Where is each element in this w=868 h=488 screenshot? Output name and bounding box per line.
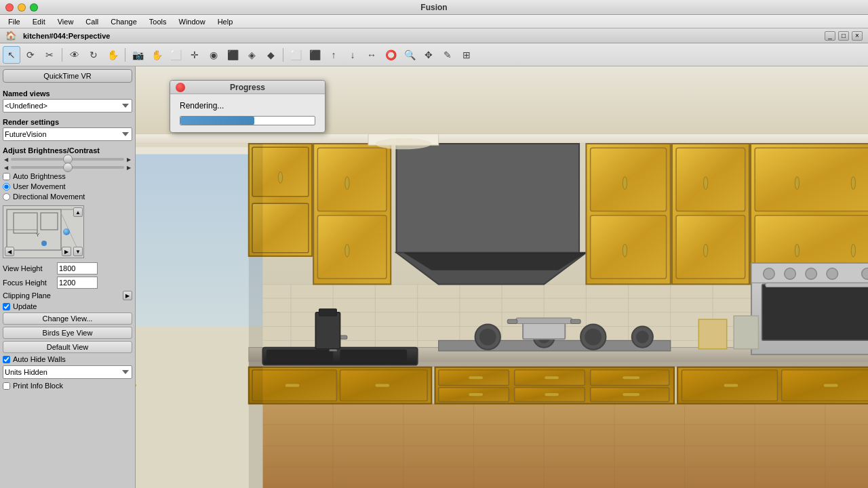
contrast-thumb[interactable]	[63, 163, 73, 172]
user-movement-label: User Movement	[13, 182, 66, 190]
front-view-btn[interactable]: ⬛	[224, 46, 241, 64]
win-minimize-btn[interactable]: _	[825, 31, 835, 41]
hand-tool-btn[interactable]: ✋	[104, 46, 121, 64]
floorplan-view[interactable]: Y ▲ ▼ ◀ ▶	[3, 205, 84, 258]
render-mode-select[interactable]: FutureVision	[3, 127, 132, 141]
svg-rect-133	[698, 319, 726, 349]
floorplan-container: Y ▲ ▼ ◀ ▶	[3, 203, 132, 261]
auto-hide-walls-label: Auto Hide Walls	[13, 355, 66, 363]
default-view-button[interactable]: Default View	[3, 341, 132, 353]
fp-left-arrow[interactable]: ◀	[5, 247, 14, 256]
maximize-button[interactable]	[30, 3, 38, 12]
svg-rect-48	[136, 147, 263, 154]
menu-call[interactable]: Call	[80, 17, 104, 26]
progress-dialog-title-bar: Progress	[170, 81, 325, 94]
clipping-plane-row: Clipping Plane ▶	[3, 291, 132, 300]
svg-rect-132	[319, 309, 336, 316]
win-close-btn[interactable]: ×	[852, 31, 863, 41]
perspective-btn[interactable]: ◈	[243, 46, 260, 64]
progress-spinner-icon	[176, 83, 185, 92]
lasso-btn[interactable]: ⭕	[382, 46, 399, 64]
pen-btn[interactable]: ✎	[439, 46, 456, 64]
progress-dialog[interactable]: Progress Rendering...	[170, 80, 326, 133]
arrow-tool-btn[interactable]: ↖	[3, 46, 20, 64]
special1-btn[interactable]: ✥	[420, 46, 437, 64]
svg-point-52	[278, 172, 282, 184]
select-box-btn[interactable]: ⬜	[287, 46, 304, 64]
fp-up-arrow[interactable]: ▲	[73, 207, 83, 217]
eye-tool-btn[interactable]: 👁	[66, 46, 83, 64]
pan-tool-btn[interactable]: ✋	[148, 46, 165, 64]
menu-edit[interactable]: Edit	[27, 17, 51, 26]
minimize-button[interactable]	[18, 3, 26, 12]
scissors-tool-btn[interactable]: ✂	[41, 46, 58, 64]
fp-right-arrow[interactable]: ▶	[62, 247, 71, 256]
close-button[interactable]	[5, 3, 14, 12]
contrast-track[interactable]	[11, 166, 124, 169]
menu-window[interactable]: Window	[174, 17, 211, 26]
contrast-left-arrow[interactable]: ◀	[3, 164, 9, 171]
render-tool-btn[interactable]: ◉	[205, 46, 222, 64]
focus-height-label: Focus Height	[3, 279, 57, 287]
fp-horiz-arrows: ◀ ▶	[3, 247, 73, 258]
svg-point-64	[623, 177, 627, 190]
toolbar-sep2	[125, 48, 125, 62]
named-views-select[interactable]: <Undefined>	[3, 99, 132, 113]
window-title-bar: 🏠 kitchen#044:Perspective _ □ ×	[0, 28, 868, 43]
menu-bar: File Edit View Call Change Tools Window …	[0, 15, 868, 28]
user-movement-radio[interactable]	[3, 183, 10, 190]
move-up-btn[interactable]: ↑	[325, 46, 342, 64]
zoom-btn[interactable]: 🔍	[401, 46, 418, 64]
quicktime-vr-button[interactable]: QuickTime VR	[3, 69, 132, 83]
progress-bar-background	[180, 116, 315, 125]
change-view-button[interactable]: Change View...	[3, 312, 132, 325]
svg-rect-87	[267, 350, 333, 363]
cube-btn[interactable]: ⬛	[306, 46, 323, 64]
menu-view[interactable]: View	[52, 17, 79, 26]
svg-point-138	[375, 138, 431, 150]
transform-tool-btn[interactable]: ⬜	[167, 46, 184, 64]
menu-tools[interactable]: Tools	[144, 17, 172, 26]
contrast-right-arrow[interactable]: ▶	[125, 164, 132, 171]
window-min-max-close[interactable]: _ □ ×	[825, 31, 863, 41]
progress-dialog-title: Progress	[230, 83, 265, 92]
update-checkbox[interactable]	[3, 303, 10, 310]
menu-help[interactable]: Help	[212, 17, 239, 26]
view-height-input[interactable]	[57, 262, 98, 274]
svg-rect-85	[375, 384, 389, 387]
brightness-left-arrow[interactable]: ◀	[3, 156, 9, 163]
fp-vert-arrows: ▲ ▼	[73, 206, 83, 258]
rotate-tool-btn[interactable]: ↻	[85, 46, 102, 64]
window-title: kitchen#044:Perspective	[23, 32, 110, 40]
brightness-track[interactable]	[11, 158, 124, 161]
grid-btn[interactable]: ⊞	[458, 46, 475, 64]
focus-height-input[interactable]	[57, 277, 98, 289]
svg-rect-67	[676, 148, 745, 211]
units-hidden-select[interactable]: Units Hidden	[3, 365, 132, 379]
camera-tool-btn[interactable]: 📷	[129, 46, 146, 64]
svg-rect-88	[340, 350, 407, 363]
directional-movement-radio[interactable]	[3, 193, 10, 201]
move-down-btn[interactable]: ↓	[344, 46, 361, 64]
toolbar-sep3	[283, 48, 283, 62]
fp-down-arrow[interactable]: ▼	[73, 247, 83, 256]
orbit-tool-btn[interactable]: ⟳	[22, 46, 39, 64]
auto-hide-walls-checkbox[interactable]	[3, 356, 10, 363]
menu-file[interactable]: File	[3, 17, 26, 26]
move-horiz-btn[interactable]: ↔	[363, 46, 380, 64]
win-maximize-btn[interactable]: □	[838, 31, 849, 41]
svg-point-110	[585, 329, 601, 346]
brightness-right-arrow[interactable]: ▶	[125, 156, 132, 163]
diamond-btn[interactable]: ◆	[262, 46, 279, 64]
birds-eye-view-button[interactable]: Birds Eye View	[3, 327, 132, 339]
menu-change[interactable]: Change	[105, 17, 142, 26]
clipping-expand-btn[interactable]: ▶	[123, 291, 132, 300]
window-controls[interactable]	[5, 3, 38, 12]
app-title: Fusion	[420, 3, 447, 12]
viewport[interactable]: Progress Rendering...	[136, 66, 868, 488]
crosshair-tool-btn[interactable]: ✛	[186, 46, 203, 64]
auto-brightness-checkbox[interactable]	[3, 173, 10, 180]
auto-brightness-label: Auto Brightness	[13, 172, 66, 180]
print-info-block-checkbox[interactable]	[3, 382, 10, 390]
progress-dialog-body: Rendering...	[170, 94, 325, 132]
